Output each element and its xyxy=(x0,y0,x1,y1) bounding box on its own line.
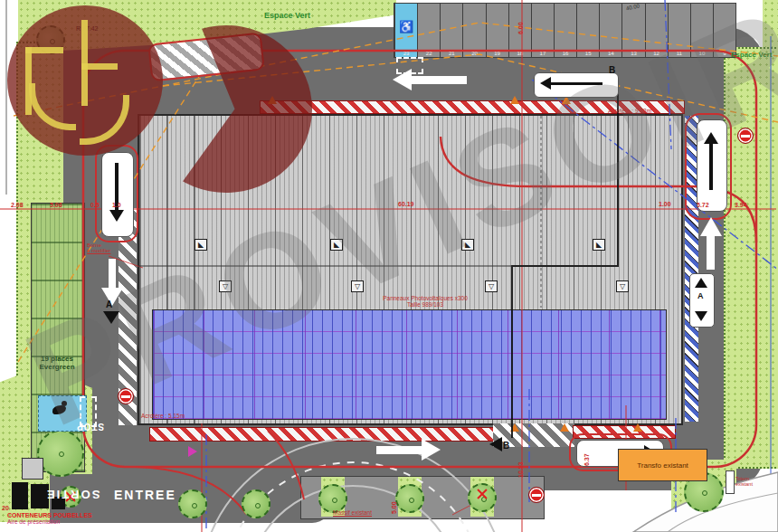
green-right xyxy=(724,47,778,469)
waste-container xyxy=(12,482,28,509)
road-arrow-right-shaft xyxy=(707,235,715,270)
section-a-left-label: A xyxy=(106,299,112,309)
totem-label: Totem existant xyxy=(735,476,766,487)
no-entry-sign-icon xyxy=(737,128,754,144)
parking-stall: 12 xyxy=(645,4,668,57)
roof-vent: ▽ xyxy=(485,280,498,292)
evergreen-label-line1: 19 places xyxy=(31,355,83,363)
section-b-top-label: B xyxy=(609,65,615,75)
dim-lane-width: 6.37 xyxy=(584,453,590,466)
acrotere-top-label: Acrotère : 9.18m xyxy=(608,108,651,114)
up-arrow-icon xyxy=(700,217,722,236)
storage-box xyxy=(22,458,43,480)
down-arrow-icon xyxy=(695,311,707,321)
conteneurs-note: CONTENEURS POUBELLES Aire de présentatio… xyxy=(7,512,92,525)
roof-vent: ◣ xyxy=(461,239,474,251)
stop-road-label: STOP xyxy=(76,422,104,432)
direction-mark xyxy=(188,446,197,457)
lane-right-shaft xyxy=(709,143,713,190)
parking-stall: 9 xyxy=(713,4,735,57)
parking-stall: 15 xyxy=(576,4,599,57)
dim-d5: 1.00 xyxy=(659,201,671,207)
dim-stall-depth: 5.00 xyxy=(391,501,397,514)
lane-b-top-shaft xyxy=(550,82,602,85)
dim-main-width: 60.19 xyxy=(398,201,414,207)
entree-road-label: ENTREE xyxy=(114,488,176,502)
bollard-icon xyxy=(510,96,519,104)
dim-d7: 3.94 xyxy=(735,202,747,208)
conteneurs-line1: CONTENEURS POUBELLES xyxy=(7,512,92,518)
dim-v-top: 6.00 xyxy=(517,22,524,34)
parking-stall: 17 xyxy=(531,4,554,57)
tree-icon xyxy=(37,430,84,477)
stall-number: 11 xyxy=(669,51,690,56)
section-b-bottom-label: B xyxy=(503,441,509,451)
stall-number: 16 xyxy=(555,51,576,56)
borne-line2: à modifier xyxy=(87,248,110,253)
dim-d2: 5.06 xyxy=(50,202,62,208)
parking-stall: 16 xyxy=(554,4,576,57)
tree-icon xyxy=(242,489,270,518)
transfo-label: Transfo existant xyxy=(637,461,688,470)
logo-glyph xyxy=(81,63,118,70)
stall-number: 15 xyxy=(577,51,599,56)
tree-removal-mark xyxy=(477,489,488,499)
roof-vent: ◣ xyxy=(194,239,207,251)
panneaux-line2: Taille 989/103 xyxy=(344,301,507,308)
stall-number: 14 xyxy=(600,51,621,56)
dim-d3: 0.5 xyxy=(90,202,100,208)
parking-stall: 19 xyxy=(486,4,508,57)
barrier-strip-bottom xyxy=(149,427,495,442)
roof-vent: ▽ xyxy=(219,280,232,292)
panneaux-label: Panneaux Photovoltaïques x300 Taille 989… xyxy=(344,295,507,308)
left-arrow-icon xyxy=(489,437,502,451)
stall-number: 13 xyxy=(622,51,644,56)
tree-icon xyxy=(395,484,424,513)
left-arrow-icon xyxy=(540,77,551,90)
stall-number: 20 xyxy=(463,51,485,56)
parking-stall: 22 xyxy=(417,4,440,57)
parking-stall: 20 xyxy=(462,4,485,57)
stall-number: 22 xyxy=(418,51,440,56)
stall-number: 10 xyxy=(691,51,713,56)
conteneurs-line2: Aire de présentation xyxy=(7,518,92,525)
borne-note: Borne à modifier xyxy=(87,242,110,253)
dim-d6: 5.72 xyxy=(697,202,709,208)
no-entry-sign-icon xyxy=(118,388,134,404)
solar-panels xyxy=(152,309,667,420)
transfo-box: Transfo existant xyxy=(618,449,707,481)
road-arrow-bottom-shaft xyxy=(376,446,422,454)
parking-stall: 11 xyxy=(668,4,690,57)
stall-number: 19 xyxy=(487,51,508,56)
sortie-right-road-label: SORTIE xyxy=(543,489,597,503)
stall-number: 23 xyxy=(395,51,417,56)
dim-left-edge: 20 xyxy=(2,505,9,511)
stall-number: 18 xyxy=(509,51,531,56)
bollard-icon xyxy=(560,423,569,432)
stall-number: 12 xyxy=(646,51,668,56)
right-arrow-icon xyxy=(422,439,441,461)
stall-number: 21 xyxy=(441,51,462,56)
stall-number: 17 xyxy=(532,51,554,56)
tree-icon xyxy=(178,489,207,518)
totem-sign xyxy=(726,470,735,494)
parking-stall: 21 xyxy=(440,4,462,57)
barrier-strip-bottom-right xyxy=(573,425,676,439)
down-arrow-icon xyxy=(109,210,124,222)
logo-glyph xyxy=(25,47,32,115)
roof-vent: ◣ xyxy=(330,239,343,251)
sortie-left-road-label: SORTIE xyxy=(45,488,100,501)
roof-vent: ▽ xyxy=(351,280,364,292)
evergreen-label-line2: Evergreen xyxy=(31,363,83,371)
dim-d4: 1.0 xyxy=(112,202,121,208)
dim-v-bottom: 10.93 xyxy=(517,461,524,478)
massif-label: Massif existant xyxy=(333,509,372,516)
parking-stall: 14 xyxy=(599,4,621,57)
roof-vent: ▽ xyxy=(616,280,629,292)
bollard-icon xyxy=(510,423,519,432)
road-arrow-left-shaft xyxy=(109,259,116,290)
wheelchair-icon: ♿ xyxy=(395,20,417,33)
dim-d1: 2.08 xyxy=(11,202,24,208)
duck-icon xyxy=(62,401,67,406)
bollard-icon xyxy=(633,423,642,432)
